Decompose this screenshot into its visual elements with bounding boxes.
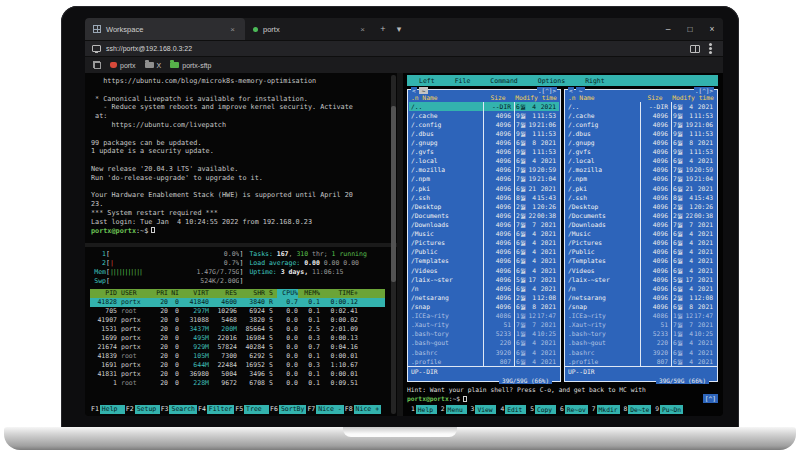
file-row[interactable]: /.gvfs40969월111:53 — [409, 148, 559, 157]
process-row[interactable]: 41907portx2003108854683820S0.00.10:00.02 — [90, 316, 385, 325]
file-row[interactable]: /.ssh40968월415:43 — [409, 193, 559, 202]
file-row[interactable]: /Videos40966월42021 — [409, 266, 559, 275]
fkey-button[interactable]: F4Filter — [197, 405, 234, 414]
panel-path[interactable]: ~ — [419, 87, 429, 94]
file-row[interactable]: /.gnupg40966월82021 — [409, 138, 559, 147]
file-row[interactable]: /.mozilla40967월1920:59 — [566, 166, 716, 175]
file-row[interactable]: /.config40967월1921:06 — [566, 120, 716, 129]
file-row[interactable]: .ICEa~rity40861월1217:47 — [409, 312, 559, 321]
file-row[interactable]: /Documents40962월2200:38 — [409, 211, 559, 220]
file-row[interactable]: /.dbus40969월111:53 — [409, 129, 559, 138]
file-row[interactable]: /.npm40967월1921:04 — [566, 175, 716, 184]
file-row[interactable]: /Music40966월42021 — [566, 230, 716, 239]
session-item-portx-sftp[interactable]: portx-sftp — [170, 62, 211, 69]
panel-path[interactable]: ~ — [576, 87, 586, 94]
mc-prompt-line[interactable]: portx@portx :~$ [^] — [407, 394, 718, 403]
file-row[interactable]: .profile8076월42021 — [566, 357, 716, 366]
panel-hotspot[interactable]: < — [568, 87, 574, 94]
file-row[interactable]: /Downloads40967월72021 — [409, 220, 559, 229]
tab-portx[interactable]: portx × — [245, 18, 375, 40]
fkey-button[interactable]: F7Nice - — [306, 405, 343, 414]
process-row[interactable]: 21674portx200929M5782440284S0.00.70:04.1… — [90, 343, 385, 352]
session-list-icon[interactable] — [93, 61, 101, 69]
file-row[interactable]: /Templates40966월42021 — [409, 257, 559, 266]
new-tab-button[interactable]: + — [375, 18, 391, 40]
file-row[interactable]: .Xaut~rity517월72021 — [566, 321, 716, 330]
fkey-button[interactable]: F5Tree — [234, 405, 269, 414]
fkey-button[interactable]: 5Copy — [526, 405, 556, 414]
file-row[interactable]: /.cache40969월111:53 — [566, 111, 716, 120]
session-item-x[interactable]: X — [145, 62, 162, 69]
process-row[interactable]: 41839root200105M73006292S0.00.10:00.01 — [90, 352, 385, 361]
mc-menu-item[interactable]: Command — [480, 77, 527, 85]
maximize-button[interactable]: □ — [679, 18, 701, 40]
fkey-button[interactable]: F3Search — [160, 405, 197, 414]
process-row[interactable]: 1root200228M96726708S0.00.10:09.51 — [90, 379, 385, 388]
file-row[interactable]: /..--DIR6월42021 — [566, 102, 716, 111]
fkey-button[interactable]: F1Help — [90, 405, 125, 414]
process-row[interactable]: 41831portx2003698050043496S0.00.10:00.01 — [90, 370, 385, 379]
col-time[interactable]: Modify time — [670, 94, 716, 102]
file-row[interactable]: /snap40966월82021 — [566, 302, 716, 311]
col-name[interactable]: .n Name — [566, 94, 640, 102]
file-row[interactable]: /Documents40962월2200:38 — [566, 211, 716, 220]
fkey-button[interactable]: 4Edit — [496, 405, 526, 414]
file-row[interactable]: /Public40966월42021 — [566, 248, 716, 257]
file-row[interactable]: /.dbus40969월111:53 — [566, 129, 716, 138]
fkey-button[interactable]: 8De~te — [620, 405, 652, 414]
file-row[interactable]: /Pictures40966월42021 — [566, 239, 716, 248]
session-item-portx[interactable]: portx — [110, 62, 136, 69]
file-row[interactable]: /.mozilla40967월1920:59 — [409, 166, 559, 175]
file-row[interactable]: /Videos40966월42021 — [566, 266, 716, 275]
file-row[interactable]: /laix-~ster40965월172021 — [409, 275, 559, 284]
tab-dropdown-button[interactable]: ▾ — [391, 18, 407, 40]
file-row[interactable]: /.pki40966월212021 — [409, 184, 559, 193]
panel-hotspot[interactable]: < — [411, 87, 417, 94]
fkey-button[interactable]: 3View — [467, 405, 497, 414]
split-pane-icon[interactable] — [690, 45, 700, 53]
file-row[interactable]: /Templates40966월42021 — [566, 257, 716, 266]
fkey-button[interactable]: 2Menu — [437, 405, 467, 414]
file-row[interactable]: /Music40966월42021 — [409, 230, 559, 239]
process-row[interactable]: 41828portx2004184046003840R0.70.10:00.12 — [90, 298, 385, 307]
history-corner[interactable]: [^] — [703, 394, 718, 403]
file-row[interactable]: /Downloads40967월72021 — [566, 220, 716, 229]
file-row[interactable]: /.gvfs40969월111:53 — [566, 148, 716, 157]
file-row[interactable]: /.pki40966월212021 — [566, 184, 716, 193]
file-row[interactable]: /Public40966월42021 — [409, 248, 559, 257]
file-row[interactable]: /..--DIR6월42021 — [409, 102, 559, 111]
mc-menu-item[interactable]: File — [445, 77, 481, 85]
file-row[interactable]: /.local40966월42021 — [409, 157, 559, 166]
file-row[interactable]: /.npm40967월1921:04 — [409, 175, 559, 184]
file-row[interactable]: /n40966월42021 — [409, 284, 559, 293]
file-row[interactable]: .bashrc39206월42021 — [566, 348, 716, 357]
close-button[interactable]: × — [701, 18, 723, 40]
process-table-header[interactable]: PIDUSERPRINIVIRTRESSHRSCPU%MEM%TIME+ — [90, 289, 385, 298]
file-row[interactable]: /.ssh40968월415:43 — [566, 193, 716, 202]
process-row[interactable]: 1531portx2003437M200M85664S0.02.52:01.09 — [90, 325, 385, 334]
file-row[interactable]: /.config40967월1921:06 — [409, 120, 559, 129]
file-row[interactable]: .bash~gout2206월42021 — [566, 339, 716, 348]
file-row[interactable]: .bash~gout2206월42021 — [409, 339, 559, 348]
mc-menu-item[interactable]: Left — [409, 77, 445, 85]
file-row[interactable]: .bash~tory52331월410:25 — [409, 330, 559, 339]
file-row[interactable]: /.gnupg40966월82021 — [566, 138, 716, 147]
close-tab-icon[interactable]: × — [358, 25, 367, 34]
mc-menu-item[interactable]: Right — [575, 77, 615, 85]
file-row[interactable]: /n40966월42021 — [566, 284, 716, 293]
file-row[interactable]: .profile8076월42021 — [409, 357, 559, 366]
more-options-icon[interactable] — [709, 47, 712, 50]
file-row[interactable]: /netsarang40962월112:08 — [566, 293, 716, 302]
fkey-button[interactable]: 9Pu~Dn — [651, 405, 683, 414]
file-row[interactable]: /Pictures40966월42021 — [409, 239, 559, 248]
process-row[interactable]: 705root200297M102966924S0.00.10:02.41 — [90, 307, 385, 316]
file-row[interactable]: /snap40966월82021 — [409, 302, 559, 311]
fkey-button[interactable]: F6SortBy — [269, 405, 306, 414]
fkey-button[interactable]: 1Help — [407, 405, 437, 414]
file-row[interactable]: .ICEa~rity40861월1217:47 — [566, 312, 716, 321]
file-row[interactable]: .Xaut~rity517월72021 — [409, 321, 559, 330]
file-row[interactable]: /Desktop40962월120:26 — [566, 202, 716, 211]
scrollbar[interactable] — [391, 75, 396, 414]
fkey-button[interactable]: F2Setup — [125, 405, 160, 414]
minimize-button[interactable]: – — [657, 18, 679, 40]
